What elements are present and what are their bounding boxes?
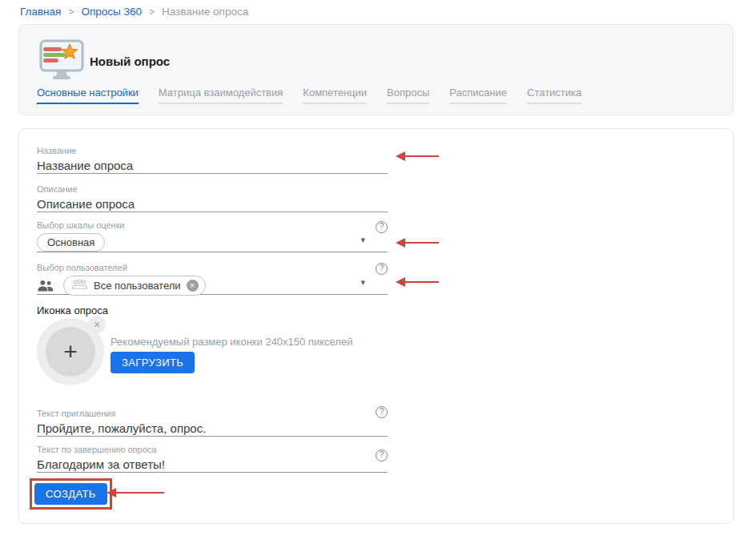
help-icon-users[interactable]: ? xyxy=(376,263,388,275)
users-chip[interactable]: Все пользователи × xyxy=(63,276,206,296)
survey-name-value: Название опроса xyxy=(37,159,388,172)
tab-competencies[interactable]: Компетенции xyxy=(303,87,367,104)
scale-select-field[interactable]: Выбор шкалы оценки Основная ▾ xyxy=(37,220,388,252)
survey-header-card: Новый опрос Основные настройки Матрица в… xyxy=(18,24,734,115)
tab-questions[interactable]: Вопросы xyxy=(387,87,429,104)
users-select-field[interactable]: Выбор пользователей xyxy=(37,262,388,295)
completion-text-label: Текст по завершению опроса xyxy=(37,444,388,454)
scale-chip-label: Основная xyxy=(47,236,94,248)
invitation-text-field[interactable]: Текст приглашения Пройдите, пожалуйста, … xyxy=(37,408,388,437)
scale-chip[interactable]: Основная xyxy=(37,233,105,252)
survey-settings-form: Название Название опроса Описание Описан… xyxy=(18,128,734,524)
survey-icon-label: Иконка опроса xyxy=(37,304,108,316)
group-outline-icon xyxy=(71,279,88,292)
survey-name-field[interactable]: Название Название опроса xyxy=(37,145,388,174)
help-icon-invitation[interactable]: ? xyxy=(376,406,388,418)
tab-statistics[interactable]: Статистика xyxy=(527,87,581,104)
scale-select-label: Выбор шкалы оценки xyxy=(37,220,388,230)
remove-icon-button[interactable]: × xyxy=(88,316,106,333)
survey-description-value: Описание опроса xyxy=(37,197,388,211)
tab-schedule[interactable]: Расписание xyxy=(449,87,507,104)
completion-text-field[interactable]: Текст по завершению опроса Благодарим за… xyxy=(37,444,388,473)
tab-interaction-matrix[interactable]: Матрица взаимодействия xyxy=(159,87,284,104)
breadcrumb-home-link[interactable]: Главная xyxy=(20,6,61,18)
page-title: Новый опрос xyxy=(90,54,170,68)
breadcrumb: Главная > Опросы 360 > Название опроса xyxy=(20,6,248,18)
completion-text-value: Благодарим за ответы! xyxy=(37,457,388,471)
invitation-text-label: Текст приглашения xyxy=(37,408,388,418)
survey-monitor-star-icon xyxy=(39,39,84,81)
tab-main-settings[interactable]: Основные настройки xyxy=(37,87,139,104)
breadcrumb-separator: > xyxy=(149,6,155,18)
create-button[interactable]: СОЗДАТЬ xyxy=(34,483,107,505)
page: Главная > Опросы 360 > Название опроса Н… xyxy=(0,0,756,536)
annotation-arrow-scale xyxy=(396,238,439,248)
annotation-arrow-name xyxy=(396,151,439,161)
survey-name-label: Название xyxy=(37,145,388,155)
users-chip-label: Все пользователи xyxy=(94,280,181,292)
remove-chip-icon[interactable]: × xyxy=(187,280,199,292)
survey-description-label: Описание xyxy=(37,183,388,194)
tab-bar: Основные настройки Матрица взаимодействи… xyxy=(37,87,581,104)
survey-description-field[interactable]: Описание Описание опроса xyxy=(37,183,388,212)
submit-annotation-box: СОЗДАТЬ xyxy=(30,478,112,510)
upload-button[interactable]: ЗАГРУЗИТЬ xyxy=(111,352,195,373)
chevron-down-icon[interactable]: ▾ xyxy=(360,278,365,287)
users-select-label: Выбор пользователей xyxy=(37,262,388,272)
help-icon-scale[interactable]: ? xyxy=(376,221,388,233)
invitation-text-value: Пройдите, пожалуйста, опрос. xyxy=(37,421,388,435)
breadcrumb-surveys360-link[interactable]: Опросы 360 xyxy=(81,6,142,18)
plus-icon[interactable]: + xyxy=(46,327,95,377)
group-icon xyxy=(37,280,54,292)
chevron-down-icon[interactable]: ▾ xyxy=(360,236,365,244)
breadcrumb-separator: > xyxy=(68,6,74,18)
annotation-arrow-create xyxy=(107,488,164,498)
icon-size-hint: Рекомендуемый размер иконки 240x150 пикс… xyxy=(111,336,352,348)
help-icon-completion[interactable]: ? xyxy=(376,449,388,461)
breadcrumb-current: Название опроса xyxy=(162,6,248,18)
annotation-arrow-users xyxy=(396,277,439,287)
